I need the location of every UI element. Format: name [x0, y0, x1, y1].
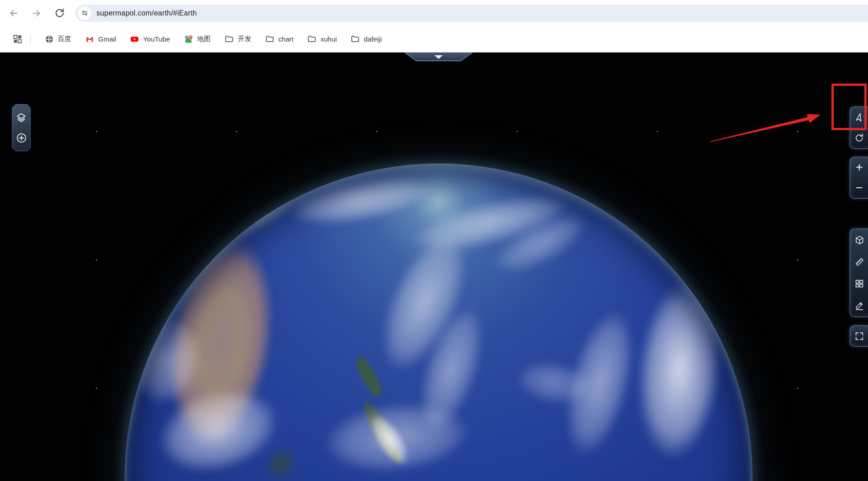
fullscreen-button[interactable]: [850, 326, 868, 346]
earth-viewport[interactable]: + −: [0, 53, 868, 481]
bookmark-maps[interactable]: 地图: [184, 34, 211, 44]
folder-icon: [224, 34, 234, 44]
bookmark-youtube[interactable]: YouTube: [130, 34, 170, 44]
site-settings-button[interactable]: [78, 6, 91, 20]
bookmark-baidu[interactable]: 百度: [44, 34, 71, 44]
globe-icon: [44, 34, 54, 44]
bookmark-gmail[interactable]: Gmail: [85, 34, 116, 44]
zoom-in-button[interactable]: +: [850, 157, 868, 178]
split-screen-button[interactable]: [850, 273, 868, 295]
bookmark-label: 地图: [197, 35, 211, 43]
bookmark-label: chart: [278, 35, 293, 43]
bookmark-folder-chart[interactable]: chart: [265, 34, 293, 44]
measure-button[interactable]: [850, 251, 868, 273]
fullscreen-toolbar: [850, 325, 868, 347]
add-circle-icon: [16, 132, 27, 144]
add-layer-button[interactable]: [14, 130, 29, 146]
layers-icon: [16, 112, 27, 123]
folder-icon: [307, 34, 317, 44]
layers-button[interactable]: [14, 110, 29, 125]
bookmark-label: xuhui: [320, 35, 337, 43]
browser-chrome: supermapol.com/earth/#iEarth 百度 Gmail Yo…: [0, 0, 868, 53]
forward-button[interactable]: [29, 5, 44, 21]
zoom-toolbar: + −: [850, 157, 868, 199]
reload-icon: [54, 7, 65, 19]
bookmarks-bar: 百度 Gmail YouTube 地图 开发: [0, 26, 868, 52]
bookmark-label: Gmail: [98, 35, 116, 43]
back-button[interactable]: [6, 5, 21, 21]
fullscreen-icon: [854, 331, 864, 341]
apps-grid-icon: [12, 34, 23, 44]
browser-toolbar: supermapol.com/earth/#iEarth: [0, 0, 868, 26]
reset-rotate-icon: [854, 132, 865, 143]
zoom-out-button[interactable]: −: [850, 178, 868, 198]
reset-view-button[interactable]: [850, 128, 868, 149]
scene-mode-button[interactable]: [850, 229, 868, 251]
bookmark-label: dafeiji: [364, 35, 381, 43]
bookmarks-separator: [30, 34, 31, 44]
bookmark-label: 百度: [58, 35, 71, 43]
back-icon: [8, 8, 19, 19]
bookmark-folder-xuhui[interactable]: xuhui: [307, 34, 337, 44]
draw-button[interactable]: [850, 295, 868, 317]
annotation-arrow: [706, 109, 825, 152]
measure-ruler-icon: [854, 257, 865, 267]
reload-button[interactable]: [52, 5, 67, 21]
apps-grid-button[interactable]: [11, 33, 23, 45]
url-text[interactable]: supermapol.com/earth/#iEarth: [96, 9, 197, 17]
gmail-icon: [85, 34, 95, 44]
folder-icon: [350, 34, 360, 44]
youtube-icon: [130, 34, 139, 44]
address-bar[interactable]: supermapol.com/earth/#iEarth: [75, 5, 868, 22]
folder-icon: [265, 34, 275, 44]
bookmark-folder-kaifa[interactable]: 开发: [224, 34, 251, 44]
collapse-panel-handle[interactable]: [404, 53, 473, 61]
split-grid-icon: [854, 279, 864, 289]
bookmark-label: YouTube: [143, 35, 170, 43]
forward-icon: [31, 8, 42, 19]
annotation-highlight-rectangle: [831, 84, 867, 130]
maps-icon: [184, 34, 193, 44]
bookmark-label: 开发: [238, 35, 251, 43]
bookmark-folder-dafeiji[interactable]: dafeiji: [350, 34, 381, 44]
scene-cube-icon: [854, 235, 865, 245]
left-toolbar: [12, 104, 31, 151]
tune-icon: [80, 9, 89, 17]
draw-pencil-icon: [854, 301, 865, 311]
chevron-down-icon: [434, 55, 443, 59]
tools-toolbar: [850, 228, 868, 317]
